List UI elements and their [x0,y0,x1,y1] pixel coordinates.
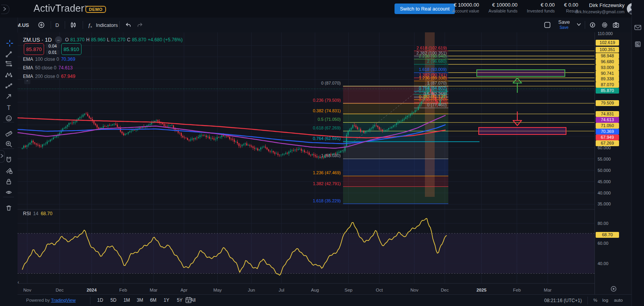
buy-button[interactable]: 85.910 [61,43,81,55]
time-axis-label[interactable]: May [213,288,222,292]
price-axis[interactable]: 110.00060.00055.00050.00045.00040.00035.… [594,32,632,294]
settings-button[interactable] [602,18,608,32]
time-axis-label[interactable]: Dec [56,288,64,292]
tool-drawing-mode-icon[interactable] [4,166,13,175]
tool-emoji-icon[interactable] [4,114,13,122]
news-icon [634,41,640,47]
tool-trend-line-icon[interactable] [4,50,13,58]
tool-crosshair-icon[interactable] [4,38,13,46]
scroll-to-realtime-icon[interactable] [610,286,617,294]
tool-xabcd-pattern-icon[interactable] [4,70,13,79]
price-axis-label[interactable]: 100.351 [596,47,619,53]
fib-level-label: 1.618 (93.009) [419,67,447,72]
save-menu-chevron[interactable] [576,18,582,32]
time-axis-label[interactable]: Apr [180,288,188,292]
price-axis-label[interactable]: 74.613 [596,117,619,123]
time-axis-label[interactable]: 2024 [87,288,97,292]
redo-button[interactable] [137,18,143,32]
chart-style-button[interactable] [70,18,76,32]
snapshot-button[interactable] [613,18,619,32]
price-axis-label[interactable]: 87.070 [596,82,619,88]
footer-separator [90,297,90,304]
log-scale-button[interactable]: log [602,298,608,302]
save-button[interactable]: Save Save [558,19,570,30]
quick-search-button[interactable] [589,18,596,32]
time-axis-label[interactable]: Jul [279,288,285,292]
panel-collapse-handle[interactable]: ‹ [18,279,19,285]
price-axis-label[interactable]: 98.948 [596,53,619,59]
price-axis-label[interactable]: 70.369 [596,129,619,134]
percent-scale-button[interactable]: % [593,298,597,302]
svg-text:x: x [90,25,92,28]
price-axis-label[interactable]: 67.949 [596,134,619,140]
time-axis-label[interactable]: Nov [410,288,419,292]
panel-expand-button[interactable] [1,5,9,14]
indicators-button[interactable]: ƒx Indicators [87,18,118,32]
clock[interactable]: 08:21:16 (UTC+1) [544,298,582,303]
time-axis-label[interactable]: Oct [376,288,383,292]
go-to-date-button[interactable] [185,297,191,304]
tool-measure-icon[interactable] [4,129,13,137]
tool-text-icon[interactable]: T [4,103,13,111]
price-axis-label[interactable]: 85.870 [596,88,619,94]
auto-scale-button[interactable]: auto [614,298,623,302]
price-axis-label[interactable]: 90.741 [596,71,619,76]
account-stat: € 10000.00Available funds [488,2,517,13]
fib-level-label: 0.236 (79.728) [419,97,447,102]
price-axis-label[interactable]: 102.619 [596,40,619,46]
tool-lock-drawings-icon[interactable] [4,177,13,186]
news-button[interactable] [634,41,642,49]
time-axis-label[interactable]: Aug [311,288,319,292]
range-1m-button[interactable]: 1M [121,296,132,304]
sell-button[interactable]: 85.870 [24,43,44,55]
undo-button[interactable] [125,18,131,32]
time-axis-label[interactable]: Feb [119,288,127,292]
time-axis-label[interactable]: Feb [513,288,521,292]
compare-add-button[interactable] [38,18,44,32]
sidebar-collapse-handle[interactable] [0,150,5,163]
tool-arrow-marker-icon[interactable] [4,92,13,101]
chart-area: 0 (87.070)0.236 (79.509)0.382 (74.831)0.… [18,32,594,294]
footer-separator [587,297,588,304]
time-axis-label[interactable]: Dec [441,288,449,292]
messages-button[interactable] [634,24,642,32]
range-6m-button[interactable]: 6M [148,296,159,304]
price-chart[interactable]: 0 (87.070)0.236 (79.509)0.382 (74.831)0.… [18,32,594,294]
range-3m-button[interactable]: 3M [134,296,145,304]
time-axis-label[interactable]: Nov [23,288,32,292]
multichart-checkbox[interactable] [544,18,550,32]
price-axis-label[interactable]: 79.509 [596,100,619,106]
tool-forecast-icon[interactable] [4,81,13,90]
ema-legend-row[interactable]: EMA50 close 074.613 [23,65,75,71]
legend-collapse-caret[interactable]: ⌃ [24,79,30,84]
user-block[interactable]: Dirk Friczewsky dirk.friczewsky@gmail.co… [561,2,625,14]
switch-to-real-button[interactable]: Switch to Real account [395,4,455,14]
time-axis-label[interactable]: Jun [248,288,255,292]
top-header: ActivTrader™ DEMO Switch to Real account… [0,0,644,18]
time-axis-label[interactable]: Mar [150,288,157,292]
ema-legend-row[interactable]: EMA100 close 070.369 [23,57,75,62]
range-5d-button[interactable]: 5D [108,296,119,304]
tool-hide-drawings-icon[interactable] [4,188,13,196]
price-axis-label[interactable]: 74.831 [596,111,619,117]
price-axis-label[interactable]: 67.269 [596,140,619,146]
chevron-right-icon [0,153,5,159]
tool-zoom-in-icon[interactable] [4,140,13,148]
user-name: Dirk Friczewsky [561,2,625,8]
time-axis-label[interactable]: Sep [345,288,352,292]
timeframe-button[interactable]: D [55,18,59,32]
ema-legend-row[interactable]: EMA200 close 067.949 [23,74,75,79]
range-1y-button[interactable]: 1Y [161,296,172,304]
tool-remove-drawings-icon[interactable] [4,203,13,212]
price-axis-label[interactable]: 89.338 [596,76,619,82]
price-axis-label[interactable]: 71.050 [596,123,619,129]
time-axis-label[interactable]: 2025 [476,288,487,292]
tool-magnet-icon[interactable] [4,155,13,164]
time-axis-label[interactable]: Mar [544,288,552,292]
tool-fib-retracement-icon[interactable] [4,59,13,68]
price-axis-label[interactable]: 93.009 [596,65,619,71]
calendar-icon [185,297,191,303]
price-axis-label[interactable]: 96.680 [596,59,619,65]
tradingview-link[interactable]: TradingView [51,298,76,302]
range-1d-button[interactable]: 1D [95,296,106,304]
